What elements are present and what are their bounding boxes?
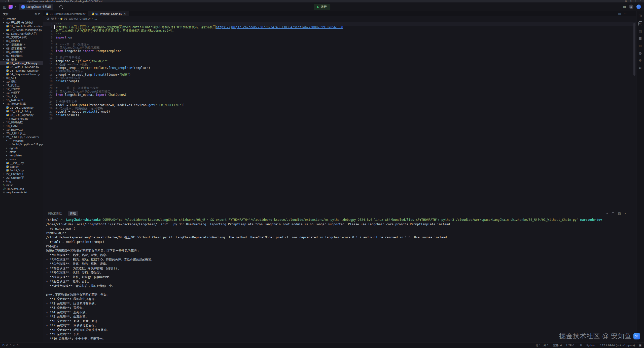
- tab-debug-console[interactable]: 调试控制台: [46, 211, 65, 216]
- tree-folder[interactable]: ▸13_代理下: [0, 91, 43, 95]
- indentation[interactable]: 空格: 4: [553, 343, 562, 347]
- tree-folder[interactable]: ▸img: [0, 180, 43, 183]
- code-line[interactable]: 4""": [43, 32, 636, 36]
- code-line[interactable]: 2本文件是【链（上）：写一篇完美鲜花营销文案？用SequentialChain链…: [43, 26, 636, 29]
- apps-grid-icon[interactable]: ⊞: [623, 5, 626, 9]
- split-terminal-icon[interactable]: ◫: [612, 212, 614, 215]
- tree-file[interactable]: $init.sh: [0, 183, 43, 187]
- python-interpreter[interactable]: 3.12.2 64-bit ('shims': pyenv): [600, 344, 635, 347]
- breadcrumb-symbol[interactable]: …: [94, 17, 97, 20]
- code-line[interactable]: 7# ----第一步 创建提示: [43, 43, 636, 46]
- browser-menu-icon[interactable]: ⋮: [639, 0, 641, 2]
- code-line[interactable]: 20# ----第二步 创建并调用模型: [43, 86, 636, 90]
- maximize-panel-icon[interactable]: ▤: [618, 212, 621, 215]
- tree-folder[interactable]: ▸19_BabyAGI: [0, 128, 43, 132]
- tree-file[interactable]: ⓘREADME.md: [0, 187, 43, 191]
- browser-extensions-icon[interactable]: ⊞: [625, 0, 627, 2]
- code-line[interactable]: 26# 传入提示, 调用模型, 返回结果: [43, 107, 636, 110]
- code-line[interactable]: 1""": [43, 22, 636, 26]
- tree-folder[interactable]: ▸03_模型IO: [0, 39, 43, 43]
- tree-file[interactable]: 02_SQL_LLM.py: [0, 109, 43, 113]
- tree-folder[interactable]: ▸05_提示模板下: [0, 47, 43, 51]
- code-editor[interactable]: 1"""2本文件是【链（上）：写一篇完美鲜花营销文案？用SequentialCh…: [43, 21, 636, 210]
- user-avatar[interactable]: [636, 5, 641, 9]
- ai-assistant-icon[interactable]: AI: [638, 21, 642, 26]
- code-line[interactable]: 28print(result): [43, 114, 636, 117]
- code-line[interactable]: 18print(prompt): [43, 80, 636, 83]
- search-icon[interactable]: [59, 5, 62, 8]
- tree-file[interactable]: ≡FlowerShop.db: [0, 117, 43, 121]
- help-avatar-icon[interactable]: ☺: [629, 5, 633, 9]
- code-line[interactable]: 25model = ChatOpenAI(temperature=0, mode…: [43, 104, 636, 107]
- back-icon[interactable]: ‹: [3, 0, 3, 2]
- workspace-switcher[interactable]: LangChain 实战课: [19, 4, 53, 10]
- code-line[interactable]: 15# 根据模板创建提示: [43, 70, 636, 73]
- cursor-position[interactable]: 行 1，列 1: [536, 343, 549, 347]
- bookmark-icon[interactable]: ☆: [635, 0, 636, 2]
- code-line[interactable]: 9from langchain import PromptTemplate: [43, 50, 636, 53]
- tree-file[interactable]: 02_With_LLMChain.py: [0, 65, 43, 69]
- extensions-icon[interactable]: ⊞: [639, 44, 642, 48]
- tree-folder[interactable]: ▸15_RAG应用: [0, 98, 43, 102]
- code-line[interactable]: 23: [43, 97, 636, 100]
- encoding[interactable]: UTF-8: [566, 344, 574, 347]
- close-icon[interactable]: ×: [124, 12, 126, 16]
- marscode-logo[interactable]: [9, 5, 13, 9]
- tree-file[interactable]: 01_SimpleTextGeneration.py: [0, 24, 43, 28]
- errors-icon[interactable]: ⊘: [6, 344, 8, 347]
- code-line[interactable]: 16prompt = prompt_temp.format(flower="玫瑰…: [43, 73, 636, 76]
- split-editor-icon[interactable]: ◫: [618, 12, 621, 15]
- sidebar-toggle-icon[interactable]: ◫: [3, 5, 6, 9]
- preview-panel-icon[interactable]: ◫: [639, 14, 642, 18]
- tree-folder[interactable]: ▾00_开篇词_奇点时刻: [0, 21, 43, 25]
- outline-icon[interactable]: ☰: [639, 37, 642, 40]
- code-line[interactable]: 17# 打印提示的内容: [43, 76, 636, 80]
- terminal-output[interactable]: (shims) ➜ LangChain-shizhanke COMMAND="c…: [43, 217, 636, 342]
- chevron-down-icon[interactable]: ▾: [15, 6, 16, 8]
- tree-folder[interactable]: ▸17_回调函数: [0, 120, 43, 124]
- tree-folder[interactable]: ▸12_代理中: [0, 87, 43, 91]
- tree-folder[interactable]: ▸09_链下: [0, 76, 43, 80]
- code-line[interactable]: 19: [43, 83, 636, 86]
- tree-file[interactable]: app.py: [0, 165, 43, 169]
- tree-folder[interactable]: ▸20_人脉工具上: [0, 132, 43, 135]
- tree-folder[interactable]: ▸02_文档QA系统: [0, 35, 43, 39]
- database-icon[interactable]: ◍: [639, 52, 641, 55]
- tree-file[interactable]: __init__.py: [0, 161, 43, 165]
- close-panel-icon[interactable]: ×: [624, 212, 626, 215]
- tree-file[interactable]: 03_Running_Chain.py: [0, 69, 43, 73]
- new-file-icon[interactable]: ⊞: [34, 13, 37, 16]
- share-icon[interactable]: ⧉: [639, 66, 641, 70]
- address-bar[interactable]: https://www.marscode.cn/course/v8c50wpr5…: [27, 0, 623, 3]
- tree-folder[interactable]: ▾__pycache__: [0, 139, 43, 143]
- code-line[interactable]: 13# 创建LangChain模板: [43, 63, 636, 66]
- tree-folder[interactable]: ▸18_CAMEL: [0, 124, 43, 128]
- tree-folder[interactable]: ▸11_代理上: [0, 83, 43, 87]
- tab-terminal[interactable]: 终端: [68, 211, 78, 216]
- notifications-icon[interactable]: ▣: [639, 344, 641, 347]
- code-line[interactable]: 11# 原始字符串模板: [43, 56, 636, 59]
- code-line[interactable]: 8# 导入LangChain中的提示模板: [43, 46, 636, 49]
- tree-folder[interactable]: ▸07_解析输出: [0, 54, 43, 58]
- remote-indicator-icon[interactable]: ⧉: [3, 344, 5, 347]
- editor-scrollbar[interactable]: [633, 23, 635, 76]
- course-docs-icon[interactable]: ▤: [639, 30, 642, 33]
- tree-file[interactable]: 03_SQL_Agent.py: [0, 113, 43, 117]
- browser-sidebar-icon[interactable]: ◫: [630, 0, 632, 2]
- tree-folder[interactable]: ▸10_记忆: [0, 80, 43, 84]
- tree-folder[interactable]: ▸04_提示模板上: [0, 43, 43, 47]
- tree-folder[interactable]: ▾21_人脉工具下 /socializer: [0, 135, 43, 139]
- tree-folder[interactable]: ▸01_LangChain快速入门: [0, 32, 43, 36]
- code-line[interactable]: 24# 创建模型实例: [43, 100, 636, 103]
- tree-file[interactable]: 01_Without_Chain.py: [0, 61, 43, 65]
- run-button[interactable]: ▶ 运行: [314, 4, 330, 10]
- tree-file[interactable]: 04_SequentialChain.py: [0, 72, 43, 76]
- tree-folder[interactable]: ▸templates: [0, 154, 43, 157]
- tree-folder[interactable]: ▸static: [0, 150, 43, 154]
- warnings-icon[interactable]: ⚠: [13, 344, 15, 347]
- collapse-all-icon[interactable]: ⊟: [38, 13, 40, 16]
- forward-icon[interactable]: ›: [5, 0, 6, 2]
- tree-folder[interactable]: ▾16_操作数据库: [0, 102, 43, 106]
- tree-file[interactable]: ▪findbigV.cpython-311.pyc: [0, 143, 43, 146]
- editor-tab[interactable]: 01_Without_Chain.py×: [89, 11, 129, 16]
